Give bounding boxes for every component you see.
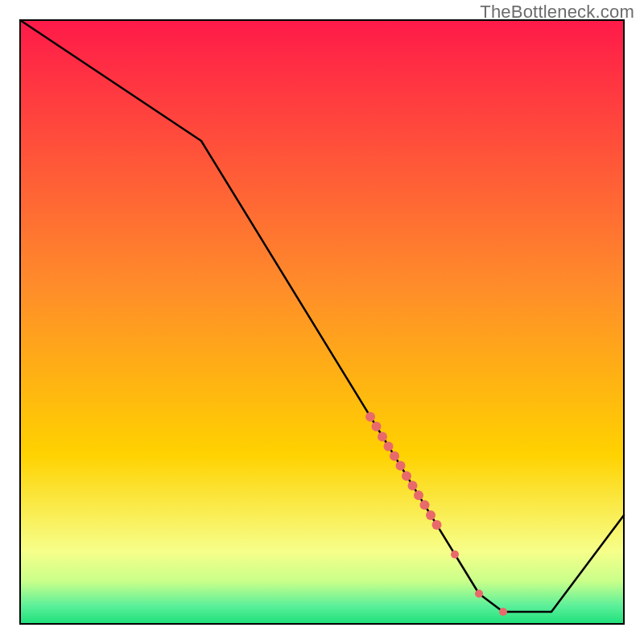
marker-dot bbox=[384, 442, 394, 452]
marker-dot bbox=[414, 490, 423, 500]
plot-background bbox=[20, 20, 624, 624]
marker-dot bbox=[451, 551, 459, 559]
watermark-text: TheBottleneck.com bbox=[480, 2, 634, 23]
marker-dot bbox=[432, 520, 442, 530]
bottleneck-chart bbox=[0, 0, 644, 644]
marker-dot bbox=[499, 608, 507, 616]
marker-dot bbox=[408, 481, 418, 490]
marker-dot bbox=[378, 432, 387, 442]
marker-dot bbox=[420, 500, 430, 510]
marker-dot bbox=[402, 471, 411, 481]
marker-dot bbox=[475, 590, 483, 598]
marker-dot bbox=[396, 461, 406, 471]
plot-area bbox=[20, 20, 624, 624]
marker-dot bbox=[426, 510, 436, 520]
chart-container: TheBottleneck.com bbox=[0, 0, 644, 644]
marker-dot bbox=[390, 452, 399, 461]
marker-dot bbox=[372, 422, 382, 431]
marker-dot bbox=[365, 412, 375, 422]
